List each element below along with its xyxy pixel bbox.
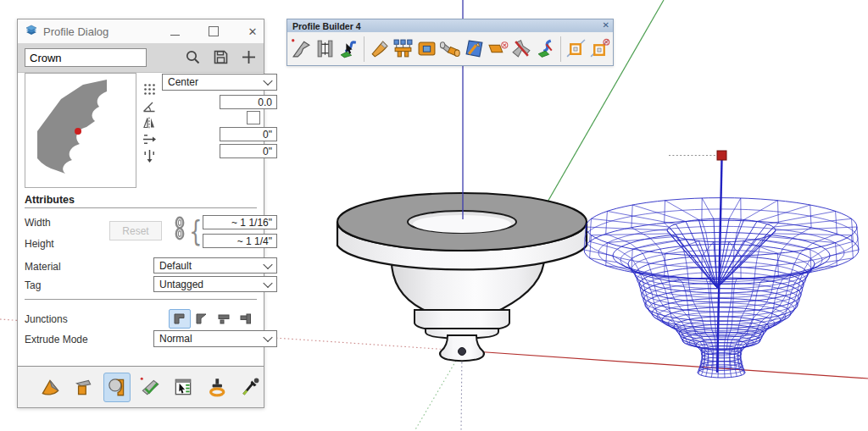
extrude-profile-button[interactable] (368, 37, 391, 60)
profile-name-bar (18, 43, 264, 73)
crown-profile-thumbnail (25, 74, 134, 185)
junction-miter-icon (173, 312, 186, 325)
solid-box-button[interactable] (415, 37, 438, 60)
height-label: Height (25, 238, 54, 250)
toolbar-icon-row (287, 32, 613, 65)
height-value-input[interactable] (203, 234, 277, 248)
profile-member-icon (314, 38, 336, 59)
offset-y-input[interactable] (220, 144, 277, 158)
profile-eyedropper-button[interactable] (236, 373, 264, 402)
red-endpoint-handle (717, 151, 726, 160)
rotation-angle-icon (142, 99, 157, 113)
smart-path-select-button[interactable] (136, 373, 164, 402)
toolbar-titlebar[interactable]: Profile Builder 4 ✕ (287, 19, 613, 32)
junction-bevel-button[interactable] (191, 309, 213, 329)
link-dimensions-icon[interactable] (174, 216, 186, 245)
junction-extend-button[interactable] (235, 309, 257, 329)
toolbar-separator (560, 36, 561, 62)
chevron-down-icon (263, 278, 272, 287)
save-profile-button[interactable] (210, 47, 231, 67)
profile-builder-toolbar: Profile Builder 4 ✕ (287, 19, 614, 66)
tag-dropdown[interactable]: Untagged (153, 276, 277, 292)
edit-profile-button[interactable] (463, 37, 486, 60)
chevron-down-icon (263, 333, 272, 342)
trim-to-solid-button[interactable] (510, 37, 533, 60)
offset-x-input[interactable] (220, 127, 277, 141)
rotation-input[interactable] (220, 95, 277, 109)
revolve-profile-icon (106, 376, 128, 398)
smart-path-select-icon (139, 376, 161, 398)
build-assembly-icon (72, 376, 94, 398)
search-icon (185, 49, 201, 65)
solid-cylinders-icon (440, 38, 461, 59)
draw-profile-button[interactable] (290, 37, 313, 60)
horizontal-offset-icon (142, 132, 157, 146)
profile-stamper-button[interactable] (203, 373, 230, 402)
quantifier-button[interactable] (170, 373, 197, 402)
material-value: Default (159, 260, 192, 272)
solid-cylinders-button[interactable] (439, 37, 462, 60)
hole-punch-icon (565, 38, 587, 59)
trim-icon (511, 38, 532, 59)
build-assembly-button[interactable] (70, 373, 97, 402)
dialog-body: Center Attributes Width Reset { Height M… (18, 72, 264, 366)
select-path-icon (338, 38, 359, 59)
junction-extend-icon (239, 312, 253, 325)
quantifier-icon (172, 376, 194, 398)
attributes-heading: Attributes (25, 194, 75, 206)
junction-miter-button[interactable] (169, 309, 191, 329)
new-profile-button[interactable] (238, 47, 259, 67)
chevron-down-icon (263, 259, 272, 268)
dialog-tool-row (18, 366, 264, 407)
close-button[interactable]: ✕ (245, 24, 260, 39)
plus-icon (241, 49, 257, 65)
remove-profile-button[interactable] (487, 37, 509, 60)
profile-name-input[interactable] (25, 48, 147, 67)
search-profile-button[interactable] (182, 47, 203, 67)
revolve-path-icon (535, 38, 556, 59)
save-icon (213, 49, 229, 65)
width-label: Width (25, 217, 51, 229)
hole-punch-button[interactable] (565, 37, 587, 60)
profile-preview[interactable] (25, 73, 136, 188)
draw-profile-icon (291, 38, 312, 59)
mirror-flip-icon (142, 115, 157, 130)
edit-profile-icon (464, 38, 485, 59)
reset-button[interactable]: Reset (109, 221, 162, 240)
toolbar-title: Profile Builder 4 (292, 21, 361, 31)
material-dropdown[interactable]: Default (153, 257, 277, 274)
assemble-profiles-button[interactable] (392, 37, 415, 60)
revolve-profile-button[interactable] (103, 373, 131, 402)
junction-butt-button[interactable] (213, 309, 235, 329)
toolbar-separator (364, 36, 364, 62)
width-value-input[interactable] (203, 215, 277, 229)
extrude-mode-value: Normal (159, 333, 192, 345)
extrude-profile-icon (369, 38, 390, 59)
anchor-grid-picker[interactable] (142, 82, 157, 97)
maximize-button[interactable] (206, 24, 221, 39)
junctions-label: Junctions (25, 313, 68, 325)
brace-glyph: { (189, 214, 202, 248)
build-profile-button[interactable] (36, 373, 64, 402)
revolve-path-button[interactable] (534, 37, 557, 60)
selection-marker[interactable] (669, 151, 726, 373)
profile-member-button[interactable] (314, 37, 337, 60)
toolbar-close-button[interactable]: ✕ (603, 20, 609, 30)
hole-punch-remove-button[interactable] (588, 37, 611, 60)
dialog-title: Profile Dialog (43, 25, 108, 38)
build-profile-icon (39, 376, 61, 398)
dialog-titlebar[interactable]: Profile Dialog ✕ (18, 19, 264, 44)
tag-value: Untagged (159, 279, 203, 290)
minimize-button[interactable] (167, 24, 182, 39)
select-profile-path-button[interactable] (337, 37, 360, 60)
chevron-down-icon (263, 76, 272, 86)
material-label: Material (25, 261, 61, 273)
anchor-position-dropdown[interactable]: Center (162, 74, 277, 91)
extrude-mode-dropdown[interactable]: Normal (153, 330, 277, 347)
junction-bevel-icon (195, 312, 209, 325)
profile-dialog-window: Profile Dialog ✕ (17, 19, 264, 408)
solid-box-icon (416, 38, 437, 59)
junction-butt-icon (217, 312, 231, 325)
origin-endpoint (459, 348, 466, 356)
mirror-checkbox[interactable] (247, 111, 260, 124)
